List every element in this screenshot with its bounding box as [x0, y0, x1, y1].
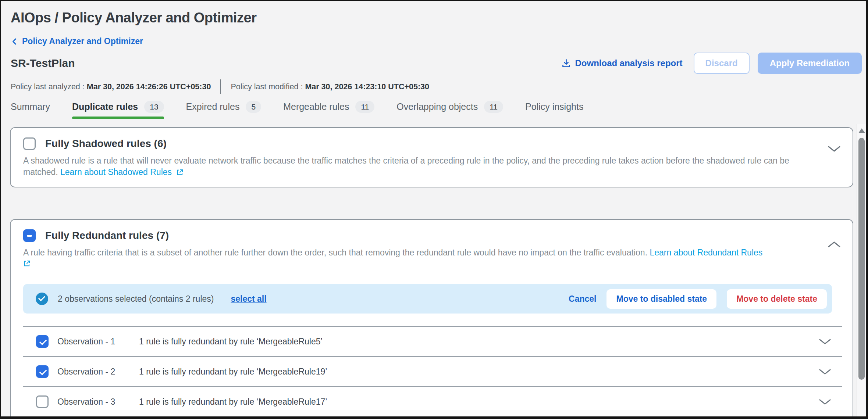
page-title: AIOps / Policy Analyzer and Optimizer [11, 10, 866, 26]
tab-label: Policy insights [525, 101, 583, 112]
tab-count-badge: 11 [355, 101, 374, 113]
tab-count-badge: 5 [246, 101, 261, 113]
tab-label: Mergeable rules [283, 101, 349, 112]
plan-header-row: SR-TestPlan Download analysis report Dis… [11, 53, 866, 74]
policy-analyzer-page: { "colors": { "link_blue": "#1a64d0", "l… [0, 0, 868, 419]
tab-label: Expired rules [186, 101, 240, 112]
redundant-card-title: Fully Redundant rules (7) [45, 230, 169, 241]
observation-1-checkbox[interactable] [36, 335, 49, 348]
redundant-rules-card: Fully Redundant rules (7) A rule having … [10, 219, 853, 419]
last-analyzed-value: Mar 30, 2026 14:26:26 UTC+05:30 [87, 82, 211, 92]
observation-text: 1 rule is fully redundant by rule ‘Merge… [139, 337, 323, 347]
observation-text: 1 rule is fully redundant by rule ‘Merge… [139, 397, 327, 407]
redundant-rules-checkbox[interactable] [23, 229, 36, 242]
selection-message: 2 observations selected (contains 2 rule… [58, 294, 214, 304]
back-link[interactable]: Policy Analyzer and Optimizer [11, 36, 143, 46]
observation-row-3[interactable]: Observation - 3 1 rule is fully redundan… [23, 386, 842, 416]
download-icon [561, 58, 571, 68]
tab-count-badge: 11 [484, 101, 503, 113]
learn-shadowed-rules-link[interactable]: Learn about Shadowed Rules [60, 167, 184, 177]
learn-redundant-label: Learn about Redundant Rules [650, 248, 762, 257]
page-header: AIOps / Policy Analyzer and Optimizer Po… [1, 1, 866, 119]
plan-name: SR-TestPlan [11, 57, 75, 69]
header-actions: Download analysis report Discard Apply R… [561, 53, 862, 74]
tab-label: Duplicate rules [72, 101, 138, 112]
back-chevron-icon [11, 37, 19, 46]
shadowed-card-header: Fully Shadowed rules (6) [23, 137, 842, 150]
observation-label: Observation - 2 [57, 367, 139, 377]
apply-remediation-button[interactable]: Apply Remediation [758, 53, 862, 74]
expand-observation-chevron-icon[interactable] [819, 369, 831, 375]
tab-policy-insights[interactable]: Policy insights [525, 101, 583, 119]
tab-mergeable-rules[interactable]: Mergeable rules 11 [283, 101, 374, 119]
observation-list: Observation - 1 1 rule is fully redundan… [23, 326, 842, 416]
observation-row-2[interactable]: Observation - 2 1 rule is fully redundan… [23, 356, 842, 386]
selection-actions: Cancel Move to disabled state Move to de… [569, 289, 827, 309]
last-analyzed-label: Policy last analyzed : [11, 82, 85, 92]
redundant-description-text: A rule having traffic criteria that is a… [23, 248, 647, 257]
observation-2-checkbox[interactable] [36, 365, 49, 378]
tab-label: Summary [11, 101, 50, 112]
tab-expired-rules[interactable]: Expired rules 5 [186, 101, 262, 119]
tab-duplicate-rules[interactable]: Duplicate rules 13 [72, 101, 164, 119]
last-modified-value: Mar 30, 2026 14:23:10 UTC+05:30 [305, 82, 429, 92]
collapse-redundant-chevron-icon[interactable] [828, 241, 841, 248]
cancel-button[interactable]: Cancel [569, 294, 596, 304]
scrollbar-thumb[interactable] [858, 138, 865, 380]
download-report-label: Download analysis report [575, 58, 683, 68]
external-link-icon [176, 169, 184, 176]
learn-redundant-rules-link[interactable]: Learn about Redundant Rules [650, 248, 762, 257]
select-all-link[interactable]: select all [231, 294, 266, 304]
move-to-disabled-state-button[interactable]: Move to disabled state [606, 289, 716, 309]
observation-text: 1 rule is fully redundant by rule ‘Merge… [139, 367, 327, 377]
tab-overlapping-objects[interactable]: Overlapping objects 11 [396, 101, 503, 119]
last-modified-label: Policy last modified : [231, 82, 303, 92]
shadowed-card-title: Fully Shadowed rules (6) [45, 138, 167, 150]
external-link-icon[interactable] [23, 260, 817, 267]
shadowed-rules-checkbox[interactable] [23, 137, 36, 150]
selected-check-icon [36, 293, 48, 305]
policy-timestamps: Policy last analyzed : Mar 30, 2026 14:2… [11, 79, 866, 94]
expand-observation-chevron-icon[interactable] [819, 339, 831, 345]
learn-shadowed-label: Learn about Shadowed Rules [60, 167, 172, 177]
shadowed-rules-card: Fully Shadowed rules (6) A shadowed rule… [10, 127, 853, 187]
move-to-delete-state-button[interactable]: Move to delete state [727, 289, 827, 309]
tab-summary[interactable]: Summary [11, 101, 50, 119]
timestamp-divider [220, 79, 221, 94]
tab-label: Overlapping objects [396, 101, 478, 112]
discard-button[interactable]: Discard [694, 53, 750, 74]
observation-row-1[interactable]: Observation - 1 1 rule is fully redundan… [23, 326, 842, 356]
download-report-button[interactable]: Download analysis report [561, 58, 683, 68]
tab-bar: Summary Duplicate rules 13 Expired rules… [11, 101, 866, 119]
expand-observation-chevron-icon[interactable] [819, 399, 831, 405]
back-link-label: Policy Analyzer and Optimizer [22, 36, 143, 46]
observation-3-checkbox[interactable] [36, 395, 49, 408]
redundant-card-header: Fully Redundant rules (7) [23, 229, 842, 242]
redundant-card-description: A rule having traffic criteria that is a… [23, 247, 842, 267]
observation-label: Observation - 3 [57, 397, 139, 407]
vertical-scrollbar[interactable] [857, 124, 866, 416]
observation-label: Observation - 1 [57, 337, 139, 347]
expand-shadowed-chevron-icon[interactable] [828, 146, 841, 152]
tab-count-badge: 13 [144, 101, 164, 113]
scroll-up-arrow-icon[interactable] [858, 128, 865, 133]
selection-bar: 2 observations selected (contains 2 rule… [23, 284, 832, 314]
shadowed-card-description: A shadowed rule is a rule that will neve… [23, 155, 842, 178]
